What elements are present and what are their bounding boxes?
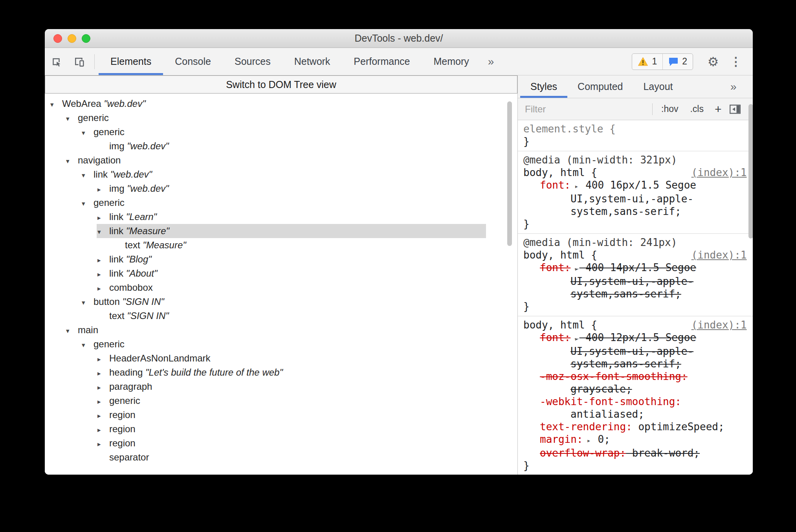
tab-layout[interactable]: Layout bbox=[633, 75, 683, 98]
warnings-badge[interactable]: 1 bbox=[632, 54, 662, 70]
rule-selector[interactable]: body, html { bbox=[523, 249, 597, 261]
tab-console[interactable]: Console bbox=[163, 48, 223, 75]
tree-node-role: link bbox=[109, 211, 123, 222]
tree-row[interactable]: text "SIGN IN" bbox=[97, 309, 486, 323]
tree-row[interactable]: ▾generic bbox=[65, 111, 486, 125]
tab-sources[interactable]: Sources bbox=[223, 48, 282, 75]
tree-row[interactable]: ▸generic bbox=[97, 394, 486, 408]
css-declaration[interactable]: text-rendering: optimizeSpeed; bbox=[523, 420, 747, 433]
tree-row[interactable]: ▸link "Learn" bbox=[97, 210, 486, 224]
tab-network[interactable]: Network bbox=[282, 48, 342, 75]
tree-row[interactable]: ▾generic bbox=[81, 337, 486, 351]
css-declaration[interactable]: font:▸ 400 16px/1.5 Segoe UI,system-ui,-… bbox=[523, 179, 747, 218]
tree-row[interactable]: ▸img "web.dev" bbox=[97, 182, 486, 196]
minimize-button[interactable] bbox=[68, 34, 76, 43]
tree-row[interactable]: ▾link "web.dev" bbox=[81, 167, 486, 182]
stylesheet-link[interactable]: (index):1 bbox=[691, 319, 747, 331]
tree-row[interactable]: ▾link "Measure" bbox=[97, 224, 486, 238]
stylesheet-link[interactable]: (index):1 bbox=[691, 166, 747, 179]
main-menu-button[interactable]: ⋮ bbox=[724, 48, 747, 75]
tree-expanded-arrow-icon[interactable]: ▾ bbox=[81, 296, 94, 310]
tree-expanded-arrow-icon[interactable]: ▾ bbox=[81, 197, 94, 211]
tree-expanded-arrow-icon[interactable]: ▾ bbox=[81, 126, 94, 140]
tree-row[interactable]: separator bbox=[97, 450, 486, 464]
tab-memory[interactable]: Memory bbox=[422, 48, 481, 75]
tree-row[interactable]: img "web.dev" bbox=[97, 139, 486, 153]
zoom-button[interactable] bbox=[82, 34, 90, 43]
tree-collapsed-arrow-icon[interactable]: ▸ bbox=[97, 381, 109, 395]
more-panels-button[interactable]: » bbox=[481, 55, 501, 68]
tree-row[interactable]: ▾main bbox=[65, 323, 486, 337]
css-declaration[interactable]: margin:▸ 0; bbox=[523, 433, 747, 447]
right-scrollbar-thumb[interactable] bbox=[748, 104, 753, 238]
css-declaration[interactable]: overflow-wrap: break-word; bbox=[523, 447, 747, 459]
device-toolbar-button[interactable] bbox=[68, 48, 90, 75]
tree-row[interactable]: ▾button "SIGN IN" bbox=[81, 295, 486, 309]
expand-shorthand-icon[interactable]: ▸ bbox=[574, 265, 578, 273]
css-declaration[interactable]: -webkit-font-smoothing: antialiased; bbox=[523, 395, 747, 420]
tree-expanded-arrow-icon[interactable]: ▾ bbox=[50, 98, 62, 112]
tree-row[interactable]: ▾generic bbox=[81, 125, 486, 139]
settings-button[interactable]: ⚙ bbox=[702, 48, 724, 75]
tab-styles[interactable]: Styles bbox=[520, 75, 567, 98]
tree-node-role: separator bbox=[109, 452, 149, 462]
rule-selector[interactable]: body, html { bbox=[523, 167, 597, 178]
tree-row[interactable]: ▸region bbox=[97, 408, 486, 422]
tree-expanded-arrow-icon[interactable]: ▾ bbox=[81, 169, 94, 183]
more-sidebar-tabs-button[interactable]: » bbox=[730, 81, 737, 93]
expand-shorthand-icon[interactable]: ▸ bbox=[587, 437, 591, 444]
messages-badge[interactable]: 2 bbox=[662, 54, 693, 70]
tree-collapsed-arrow-icon[interactable]: ▸ bbox=[97, 352, 109, 367]
css-declaration[interactable]: -moz-osx-font-smoothing: grayscale; bbox=[523, 370, 747, 395]
tab-elements[interactable]: Elements bbox=[99, 48, 163, 75]
tree-row[interactable]: text "Measure" bbox=[112, 238, 486, 252]
tree-row[interactable]: ▾navigation bbox=[65, 153, 486, 167]
tree-collapsed-arrow-icon[interactable]: ▸ bbox=[97, 211, 109, 225]
tree-node-name: "Measure" bbox=[140, 240, 186, 250]
titlebar[interactable]: DevTools - web.dev/ bbox=[45, 29, 753, 48]
stylesheet-link[interactable]: (index):1 bbox=[691, 249, 747, 261]
tree-collapsed-arrow-icon[interactable]: ▸ bbox=[97, 437, 109, 451]
expand-shorthand-icon[interactable]: ▸ bbox=[574, 182, 578, 190]
tree-collapsed-arrow-icon[interactable]: ▸ bbox=[97, 367, 109, 381]
left-scrollbar-thumb[interactable] bbox=[507, 101, 512, 246]
tree-row[interactable]: ▸combobox bbox=[97, 281, 486, 295]
styles-filter-bar: :hov .cls + bbox=[518, 98, 753, 120]
tree-row[interactable]: ▸link "Blog" bbox=[97, 252, 486, 266]
tree-row[interactable]: ▸paragraph bbox=[97, 380, 486, 394]
tree-collapsed-arrow-icon[interactable]: ▸ bbox=[97, 423, 109, 437]
css-declaration[interactable]: font:▸ 400 12px/1.5 Segoe UI,system-ui,-… bbox=[523, 331, 747, 370]
tree-expanded-arrow-icon[interactable]: ▾ bbox=[65, 324, 78, 338]
tree-row[interactable]: ▸link "About" bbox=[97, 266, 486, 281]
tree-collapsed-arrow-icon[interactable]: ▸ bbox=[97, 395, 109, 409]
toggle-element-state-button[interactable]: :hov bbox=[658, 104, 681, 114]
expand-shorthand-icon[interactable]: ▸ bbox=[574, 335, 578, 343]
css-declaration[interactable]: font:▸ 400 14px/1.5 Segoe UI,system-ui,-… bbox=[523, 261, 747, 300]
new-style-rule-button[interactable]: + bbox=[712, 103, 724, 116]
rule-selector[interactable]: body, html { bbox=[523, 319, 597, 331]
tree-expanded-arrow-icon[interactable]: ▾ bbox=[81, 338, 94, 352]
tree-expanded-arrow-icon[interactable]: ▾ bbox=[65, 112, 78, 126]
rule-selector[interactable]: element.style { bbox=[523, 123, 616, 135]
tree-collapsed-arrow-icon[interactable]: ▸ bbox=[97, 183, 109, 197]
tree-collapsed-arrow-icon[interactable]: ▸ bbox=[97, 268, 109, 282]
switch-dom-tree-button[interactable]: Switch to DOM Tree view bbox=[45, 75, 517, 94]
inspect-button[interactable] bbox=[45, 48, 68, 75]
tree-row[interactable]: ▾generic bbox=[81, 196, 486, 210]
styles-filter-input[interactable] bbox=[525, 104, 647, 115]
tree-row[interactable]: ▸HeaderAsNonLandmark bbox=[97, 351, 486, 365]
tree-collapsed-arrow-icon[interactable]: ▸ bbox=[97, 253, 109, 268]
tree-row[interactable]: ▾WebArea "web.dev" bbox=[50, 97, 486, 111]
tree-row[interactable]: ▸region bbox=[97, 436, 486, 450]
tab-computed[interactable]: Computed bbox=[567, 75, 633, 98]
sidebar-toggle-button[interactable] bbox=[730, 105, 741, 114]
tree-collapsed-arrow-icon[interactable]: ▸ bbox=[97, 282, 109, 296]
element-classes-button[interactable]: .cls bbox=[687, 104, 707, 114]
tree-collapsed-arrow-icon[interactable]: ▸ bbox=[97, 409, 109, 423]
tree-expanded-arrow-icon[interactable]: ▾ bbox=[65, 154, 78, 169]
tree-row[interactable]: ▸heading "Let's build the future of the … bbox=[97, 365, 486, 380]
tab-performance[interactable]: Performance bbox=[342, 48, 422, 75]
close-button[interactable] bbox=[53, 34, 62, 43]
tree-row[interactable]: ▸region bbox=[97, 422, 486, 436]
tree-expanded-arrow-icon[interactable]: ▾ bbox=[97, 225, 109, 239]
